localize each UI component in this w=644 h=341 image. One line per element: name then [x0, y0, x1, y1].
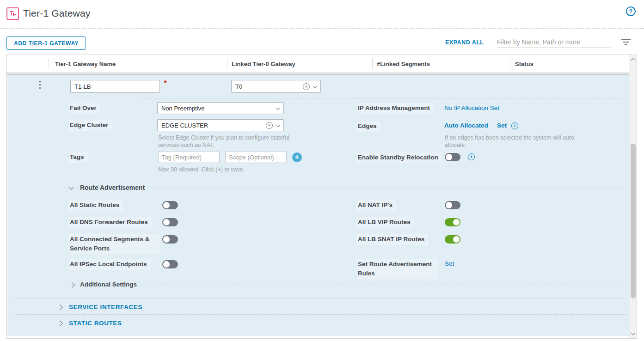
vertical-scrollbar[interactable]	[629, 55, 637, 338]
all-nat-ips-toggle[interactable]	[445, 201, 460, 209]
tier1-gateway-screen: Tier-1 Gateway ? ADD TIER-1 GATEWAY EXPA…	[0, 0, 644, 341]
toggle-label: All IPSec Local Endpoints	[69, 259, 151, 270]
edges-auto-allocated-link[interactable]: Auto Allocated	[444, 122, 488, 129]
section-separator	[14, 314, 626, 315]
route-advertisement-title: Route Advertisement	[80, 184, 145, 191]
linked-t0-value: T0	[235, 83, 303, 90]
row-actions-icon[interactable]	[39, 81, 41, 89]
column-separator	[372, 58, 373, 69]
ip-allocation-link[interactable]: No IP Allocation Set	[444, 104, 499, 111]
edge-cluster-label: Edge Cluster	[69, 120, 112, 131]
column-header-linked-t0[interactable]: Linked Tier-0 Gateway	[232, 61, 295, 67]
column-header-name[interactable]: Tier-1 Gateway Name	[55, 61, 116, 67]
set-route-advertisement-rules-label: Set Route Advertisement Rules	[357, 259, 438, 279]
clear-icon[interactable]: ×	[266, 122, 273, 129]
page-header: Tier-1 Gateway ?	[0, 0, 644, 29]
chevron-down-icon[interactable]	[313, 84, 318, 88]
info-icon[interactable]: i	[468, 153, 475, 160]
all-connected-segments-toggle[interactable]	[162, 235, 178, 244]
static-routes-section[interactable]: STATIC ROUTES	[69, 320, 122, 327]
all-lb-snat-ip-routes-toggle[interactable]	[445, 235, 460, 244]
toggle-label: All NAT IP's	[357, 200, 396, 211]
toggle-label: All Connected Segments & Service Ports	[69, 234, 159, 254]
add-tier1-gateway-button[interactable]: ADD TIER-1 GATEWAY	[6, 37, 86, 50]
standby-relocation-toggle[interactable]	[445, 153, 460, 161]
toggle-label: All DNS Forwarder Routes	[69, 217, 152, 228]
scroll-down-icon[interactable]	[631, 331, 636, 335]
column-separator	[227, 58, 227, 69]
additional-settings-title: Additional Settings	[80, 281, 137, 288]
table-header-row: Tier-1 Gateway Name Linked Tier-0 Gatewa…	[7, 55, 629, 73]
scroll-up-icon[interactable]	[631, 58, 636, 63]
edges-help-text: If no edges has been selected the system…	[445, 134, 588, 149]
expand-all-link[interactable]: EXPAND ALL	[445, 39, 484, 46]
chevron-down-icon[interactable]	[276, 105, 281, 110]
additional-settings-expand-icon[interactable]	[69, 282, 74, 287]
tier1-gateway-icon	[6, 7, 19, 20]
page-title: Tier-1 Gateway	[23, 8, 91, 19]
section-dashed-line	[146, 188, 624, 188]
route-advertisement-collapse-icon[interactable]	[68, 184, 74, 189]
clear-icon[interactable]: ×	[303, 83, 310, 90]
edge-cluster-help-text: Select Edge Cluster if you plan to confi…	[158, 134, 297, 149]
tier1-gateway-edit-form: * T0 × Fail Over Non Preemptive IP Addre…	[7, 75, 630, 336]
add-tag-button[interactable]: +	[292, 152, 302, 162]
edge-cluster-combobox[interactable]: EDGE CLUSTER ×	[157, 119, 284, 131]
column-header-status[interactable]: Status	[515, 61, 534, 67]
scope-input[interactable]	[225, 152, 287, 163]
column-header-segments[interactable]: #Linked Segments	[377, 61, 430, 67]
column-separator	[49, 58, 49, 69]
tags-label: Tags	[69, 152, 88, 163]
filter-input[interactable]	[497, 36, 611, 48]
fail-over-value: Non Preemptive	[161, 105, 276, 112]
tag-input[interactable]	[158, 152, 220, 163]
all-static-routes-toggle[interactable]	[162, 201, 178, 209]
chevron-down-icon[interactable]	[276, 122, 281, 127]
service-interfaces-section[interactable]: SERVICE INTERFACES	[69, 304, 142, 311]
gateway-name-input[interactable]	[70, 80, 160, 93]
all-dns-forwarder-routes-toggle[interactable]	[162, 218, 178, 226]
all-lb-vip-routes-toggle[interactable]	[445, 218, 460, 226]
filter-icon[interactable]	[621, 39, 631, 46]
tags-help-text: Max 30 allowed. Click (+) to save.	[158, 166, 306, 173]
section-separator	[14, 298, 626, 298]
toggle-label: All LB SNAT IP Routes	[357, 234, 428, 245]
static-routes-expand-icon[interactable]	[57, 321, 62, 326]
help-icon[interactable]: ?	[626, 6, 636, 16]
toggle-label: All Static Routes	[69, 200, 123, 211]
edges-set-link[interactable]: Set	[497, 122, 507, 129]
section-dashed-line	[144, 285, 624, 285]
scrollbar-thumb[interactable]	[631, 144, 636, 298]
required-marker: *	[164, 79, 166, 86]
fail-over-label: Fail Over	[69, 103, 100, 114]
info-icon[interactable]: i	[511, 122, 518, 129]
standby-relocation-label: Enable Standby Relocation	[357, 152, 442, 163]
set-route-advertisement-rules-link[interactable]: Set	[445, 260, 454, 267]
all-ipsec-local-endpoints-toggle[interactable]	[162, 260, 178, 268]
row-separator	[139, 98, 625, 98]
toggle-label: All LB VIP Routes	[357, 217, 414, 228]
column-separator	[510, 58, 510, 69]
linked-t0-combobox[interactable]: T0 ×	[231, 80, 321, 93]
edge-cluster-value: EDGE CLUSTER	[161, 122, 266, 129]
service-interfaces-expand-icon[interactable]	[57, 304, 62, 310]
edges-label: Edges	[357, 121, 380, 132]
ip-mgmt-label: IP Address Management	[357, 103, 434, 114]
tier1-gateway-table: Tier-1 Gateway Name Linked Tier-0 Gatewa…	[6, 55, 637, 339]
fail-over-select[interactable]: Non Preemptive	[157, 102, 284, 114]
